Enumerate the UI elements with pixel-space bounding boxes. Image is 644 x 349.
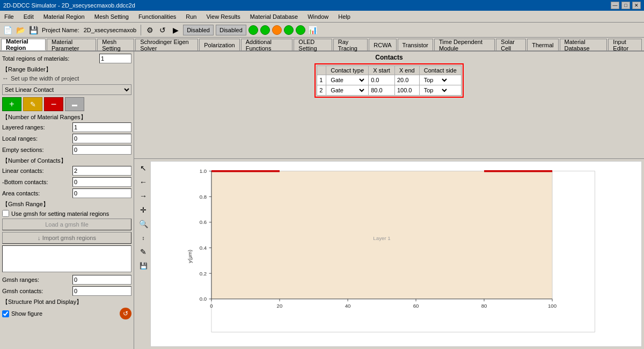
show-figure-checkbox[interactable] — [2, 310, 9, 317]
col-x-start: X start — [369, 66, 395, 75]
plot-toolbar: ↖ ← → ✛ 🔍 ↕ ✎ 💾 — [136, 161, 150, 347]
tab-transistor[interactable]: Transistor — [398, 39, 434, 50]
open-file-icon[interactable]: 📂 — [15, 25, 26, 35]
left-panel: Total regions of materials: 【Range Build… — [0, 52, 134, 349]
row2-xstart: 80.0 — [369, 85, 395, 96]
menu-window[interactable]: Window — [305, 13, 331, 20]
row1-type: Gate — [326, 75, 369, 85]
gmsh-contacts-row: Gmsh contacts: — [2, 286, 131, 296]
gmsh-text-area[interactable] — [2, 245, 131, 272]
tab-material-parameter[interactable]: Material Parameter — [47, 39, 96, 50]
empty-sections-input[interactable] — [72, 145, 131, 155]
row1-index: 1 — [317, 75, 326, 85]
y-label-04: 0.4 — [200, 245, 207, 251]
tab-material-region[interactable]: Material Region — [1, 39, 46, 50]
edit-icon[interactable]: ✎ — [137, 246, 149, 258]
structure-plot-label: 【Structure Plot and Display】 — [2, 298, 131, 306]
tab-time-dependent[interactable]: Time Dependent Module — [434, 39, 495, 50]
menu-mesh-setting[interactable]: Mesh Setting — [92, 13, 131, 20]
layered-ranges-input[interactable] — [72, 122, 131, 132]
contacts-table: Contact type X start X end Contact side … — [317, 66, 462, 96]
new-file-icon[interactable]: 📄 — [2, 25, 13, 35]
menu-material-database[interactable]: Material Database — [248, 13, 300, 20]
tab-input-editor[interactable]: Input Editor — [608, 39, 642, 50]
range-builder-label: 【Range Builder】 — [2, 66, 131, 74]
maximize-button[interactable]: □ — [621, 2, 630, 9]
back-icon[interactable]: ← — [137, 176, 149, 188]
gmsh-ranges-input[interactable] — [72, 275, 131, 285]
tab-solar-cell[interactable]: Solar Cell — [496, 39, 526, 50]
row2-side-select[interactable]: Top — [422, 86, 449, 94]
right-panel: Contacts Contact type X start X end Cont… — [134, 52, 644, 349]
main-layout: Total regions of materials: 【Range Build… — [0, 52, 644, 349]
menu-material-region[interactable]: Material Region — [41, 13, 87, 20]
bottom-contacts-input[interactable] — [72, 177, 131, 187]
row2-type: Gate — [326, 85, 369, 96]
save-icon[interactable]: 💾 — [28, 25, 39, 35]
remove-button[interactable]: − — [44, 97, 63, 111]
bottom-contacts-label: -Bottom contacts: — [2, 179, 70, 185]
x-label-100: 100 — [548, 303, 557, 309]
x-label-0: 0 — [210, 303, 213, 309]
tab-schrodinger[interactable]: Schrodinger Eigen Solver — [135, 39, 198, 50]
linear-contacts-row: Linear contacts: — [2, 166, 131, 176]
row1-xend: 20.0 — [394, 75, 419, 85]
zoom-fit-icon[interactable]: ↕ — [137, 232, 149, 244]
zoom-icon[interactable]: 🔍 — [137, 218, 149, 230]
use-gmsh-row: Use gmsh for setting material regions — [2, 210, 131, 217]
local-ranges-input[interactable] — [72, 134, 131, 143]
show-figure-label: Show figure — [11, 310, 42, 317]
row1-side-select[interactable]: Top — [422, 76, 449, 84]
menu-edit[interactable]: Edit — [21, 13, 36, 20]
menu-file[interactable]: File — [2, 13, 16, 20]
menu-run[interactable]: Run — [184, 13, 199, 20]
tab-polarization[interactable]: Polarization — [199, 39, 239, 50]
area-contacts-input[interactable] — [72, 188, 131, 198]
menu-functionalities[interactable]: Functionalities — [136, 13, 178, 20]
num-contacts-label: 【Number of Contacts】 — [2, 157, 131, 165]
tab-rcwa[interactable]: RCWA — [369, 39, 396, 50]
gmsh-contacts-input[interactable] — [72, 286, 131, 296]
project-name-value: 2D_xsecysecmaxob — [83, 27, 137, 33]
refresh-icon[interactable]: ↺ — [157, 25, 168, 35]
forward-icon[interactable]: → — [137, 190, 149, 202]
y-label-0: 0.0 — [200, 296, 207, 302]
y-label-10: 1.0 — [200, 168, 207, 174]
pan-icon[interactable]: ✛ — [137, 204, 149, 216]
save-plot-icon[interactable]: 💾 — [137, 260, 149, 272]
tab-bar: Material Region Material Parameter Mesh … — [0, 38, 644, 52]
row1-type-select[interactable]: Gate — [328, 76, 366, 84]
window-controls[interactable]: — □ ✕ — [611, 2, 641, 9]
row2-type-select[interactable]: Gate — [328, 86, 366, 94]
tab-thermal[interactable]: Thermal — [527, 39, 558, 50]
use-gmsh-checkbox[interactable] — [2, 210, 9, 217]
load-gmsh-button[interactable]: Load a gmsh file — [2, 219, 131, 230]
run-icon[interactable]: ▶ — [170, 25, 181, 35]
settings-icon[interactable]: ⚙ — [144, 25, 155, 35]
toolbar: 📄 📂 💾 Project Name: 2D_xsecysecmaxob ⚙ ↺… — [0, 23, 644, 38]
layered-ranges-label: Layered ranges: — [2, 124, 70, 130]
tab-ray-tracing[interactable]: Ray Tracing — [333, 39, 368, 50]
linear-contacts-input[interactable] — [72, 166, 131, 176]
add-button[interactable]: + — [2, 97, 21, 111]
import-gmsh-button[interactable]: ↓ Import gmsh regions — [2, 232, 131, 244]
linear-contacts-label: Linear contacts: — [2, 168, 70, 174]
chart-icon[interactable]: 📊 — [308, 25, 318, 35]
edit-button[interactable]: ✎ — [23, 97, 42, 111]
status-green-2 — [260, 25, 270, 35]
set-linear-contact-select[interactable]: Set Linear Contact — [2, 84, 131, 95]
total-regions-input[interactable] — [99, 54, 131, 63]
tab-additional-functions[interactable]: Additional Functions — [241, 39, 293, 50]
tab-mesh-setting[interactable]: Mesh Setting — [97, 39, 134, 50]
bottom-contacts-row: -Bottom contacts: — [2, 177, 131, 187]
close-button[interactable]: ✕ — [632, 2, 641, 9]
home-icon[interactable]: ↖ — [137, 162, 149, 174]
tab-material-database[interactable]: Material Database — [560, 39, 608, 50]
row2-xend: 100.0 — [394, 85, 419, 96]
tab-oled-setting[interactable]: OLED Setting — [294, 39, 332, 50]
clear-button[interactable]: ▬ — [65, 97, 84, 111]
menu-view-results[interactable]: View Results — [204, 13, 242, 20]
minimize-button[interactable]: — — [611, 2, 619, 9]
menu-help[interactable]: Help — [336, 13, 353, 20]
refresh-figure-icon[interactable]: ↺ — [120, 308, 131, 319]
